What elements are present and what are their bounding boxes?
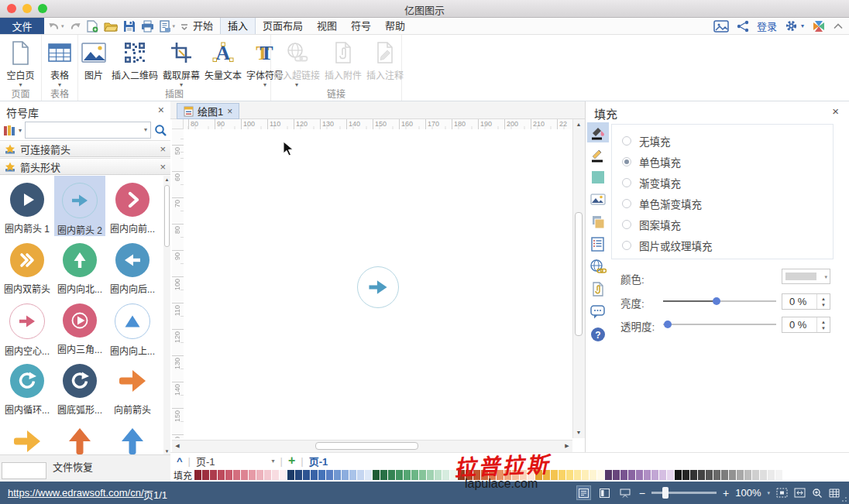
- palette-swatch[interactable]: [706, 470, 713, 480]
- palette-swatch[interactable]: [473, 470, 480, 480]
- radio-icon[interactable]: [622, 157, 631, 166]
- palette-swatch[interactable]: [768, 470, 775, 480]
- panel-tool-hyperlink-icon[interactable]: [587, 257, 609, 277]
- palette-swatch[interactable]: [744, 470, 751, 480]
- save-button[interactable]: [123, 20, 136, 33]
- radio-icon[interactable]: [622, 199, 631, 208]
- add-page-button[interactable]: +: [288, 454, 295, 468]
- palette-swatch[interactable]: [349, 470, 356, 480]
- zoom-level[interactable]: 100%: [735, 487, 761, 499]
- zoom-dropdown-icon[interactable]: ▾: [767, 490, 770, 496]
- shape-item-圈内空心...[interactable]: 圈内空心...: [2, 297, 53, 357]
- undo-dropdown-icon[interactable]: ▾: [61, 23, 64, 29]
- fill-option-渐变填充[interactable]: 渐变填充: [612, 172, 833, 193]
- collapse-pagebar-icon[interactable]: ^: [177, 455, 183, 467]
- collapse-ribbon-icon[interactable]: [834, 23, 843, 29]
- palette-swatch[interactable]: [512, 470, 519, 480]
- close-icon[interactable]: ×: [160, 143, 166, 155]
- slider-thumb[interactable]: [664, 321, 672, 328]
- palette-swatch[interactable]: [605, 470, 612, 480]
- palette-swatch[interactable]: [280, 470, 287, 480]
- file-recovery-label[interactable]: 文件恢复: [53, 459, 93, 474]
- ribbon-button-空白页[interactable]: 空白页▾: [4, 39, 36, 88]
- fit-page-icon[interactable]: [776, 488, 788, 498]
- shape-item-arrow[interactable]: [2, 417, 53, 455]
- file-menu-button[interactable]: 文件: [0, 18, 44, 34]
- grid-icon[interactable]: [829, 489, 840, 498]
- fill-option-单色渐变填充[interactable]: 单色渐变填充: [612, 193, 833, 214]
- share-icon[interactable]: [737, 20, 749, 33]
- palette-swatch[interactable]: [241, 470, 248, 480]
- panel-tool-fill-icon[interactable]: [587, 122, 609, 142]
- palette-swatch[interactable]: [682, 470, 689, 480]
- palette-swatch[interactable]: [559, 470, 565, 480]
- palette-swatch[interactable]: [535, 470, 542, 480]
- shape-item-圆底弧形...[interactable]: 圆底弧形...: [54, 357, 105, 417]
- palette-swatch[interactable]: [287, 470, 294, 480]
- palette-swatch[interactable]: [489, 470, 496, 480]
- palette-swatch[interactable]: [396, 470, 403, 480]
- palette-swatch[interactable]: [574, 470, 581, 480]
- spinner-arrows[interactable]: ▲▼: [816, 294, 830, 309]
- palette-swatch[interactable]: [342, 470, 349, 480]
- drawing-page[interactable]: [184, 129, 572, 438]
- export-button[interactable]: [160, 20, 170, 33]
- palette-swatch[interactable]: [442, 470, 449, 480]
- spin-up-icon[interactable]: ▲: [821, 319, 826, 325]
- palette-swatch[interactable]: [303, 470, 310, 480]
- ribbon-button-表格[interactable]: 表格▾: [45, 39, 74, 88]
- palette-swatch[interactable]: [760, 470, 767, 480]
- open-button[interactable]: [104, 21, 118, 32]
- horizontal-scrollbar[interactable]: ◀ ▶: [172, 440, 572, 452]
- login-link[interactable]: 登录: [757, 19, 777, 33]
- palette-swatch[interactable]: [659, 470, 666, 480]
- palette-swatch[interactable]: [528, 470, 534, 480]
- close-icon[interactable]: ×: [160, 161, 166, 173]
- scrollbar-thumb[interactable]: [164, 185, 170, 247]
- new-document-button[interactable]: [87, 20, 98, 33]
- palette-swatch[interactable]: [458, 470, 465, 480]
- panel-tool-help-icon[interactable]: ?: [587, 324, 609, 345]
- palette-swatch[interactable]: [729, 470, 736, 480]
- palette-swatch[interactable]: [566, 470, 573, 480]
- palette-swatch[interactable]: [775, 470, 782, 480]
- palette-swatch[interactable]: [721, 470, 728, 480]
- palette-swatch[interactable]: [264, 470, 271, 480]
- redo-button[interactable]: [70, 21, 81, 31]
- zoom-out-button[interactable]: −: [639, 487, 645, 499]
- menu-tab-插入[interactable]: 插入: [220, 18, 256, 34]
- palette-swatch[interactable]: [651, 470, 658, 480]
- shape-item-圈内箭头 2[interactable]: 圈内箭头 2: [54, 176, 105, 236]
- palette-swatch[interactable]: [644, 470, 651, 480]
- ribbon-button-矢量文本[interactable]: A矢量文本: [202, 39, 244, 88]
- fill-option-图案填充[interactable]: 图案填充: [612, 214, 833, 235]
- close-tab-icon[interactable]: ×: [227, 106, 232, 117]
- fill-option-图片或纹理填充[interactable]: 图片或纹理填充: [612, 235, 833, 255]
- shape-item-圈内向上...[interactable]: 圈内向上...: [107, 297, 158, 357]
- ribbon-button-截取屏幕[interactable]: 截取屏幕▾: [160, 39, 202, 88]
- menu-tab-页面布局[interactable]: 页面布局: [256, 18, 310, 34]
- palette-swatch[interactable]: [628, 470, 635, 480]
- outline-view-button[interactable]: [597, 485, 612, 500]
- palette-swatch[interactable]: [713, 470, 720, 480]
- palette-swatch[interactable]: [613, 470, 620, 480]
- palette-swatch[interactable]: [326, 470, 333, 480]
- shape-item-圈内循环...[interactable]: 圈内循环...: [2, 357, 53, 417]
- shape-item-圈内向北...[interactable]: 圈内向北...: [54, 236, 105, 297]
- palette-swatch[interactable]: [249, 470, 256, 480]
- palette-swatch[interactable]: [373, 470, 380, 480]
- palette-swatch[interactable]: [295, 470, 302, 480]
- transparency-spinner[interactable]: 0 % ▲▼: [782, 317, 830, 333]
- palette-swatch[interactable]: [388, 470, 395, 480]
- vertical-scrollbar[interactable]: ▲ ▼: [572, 119, 585, 438]
- palette-swatch[interactable]: [334, 470, 341, 480]
- spin-up-icon[interactable]: ▲: [821, 296, 826, 302]
- transparency-slider[interactable]: [663, 324, 776, 325]
- spinner-arrows[interactable]: ▲▼: [816, 317, 830, 332]
- palette-swatch[interactable]: [582, 470, 589, 480]
- palette-swatch[interactable]: [667, 470, 674, 480]
- symbol-search-input[interactable]: ▾: [25, 122, 151, 139]
- palette-swatch[interactable]: [551, 470, 558, 480]
- page-dropdown[interactable]: 页-1: [196, 454, 215, 468]
- palette-swatch[interactable]: [737, 470, 744, 480]
